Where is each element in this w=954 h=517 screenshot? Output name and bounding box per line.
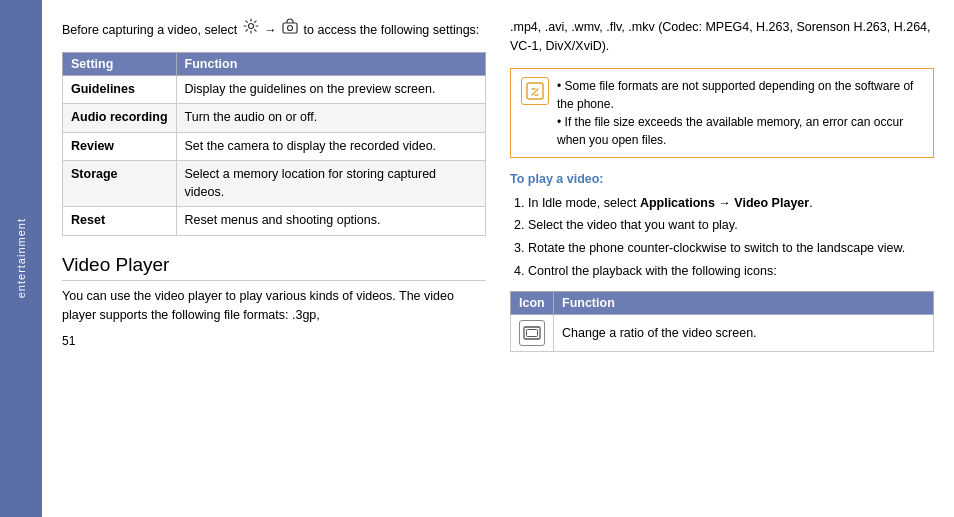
- setting-function: Set the camera to display the recorded v…: [176, 132, 485, 161]
- settings-col-setting: Setting: [63, 52, 177, 75]
- step-item: In Idle mode, select Applications → Vide…: [528, 194, 934, 213]
- table-row: ReviewSet the camera to display the reco…: [63, 132, 486, 161]
- intro-arrow: →: [264, 23, 277, 37]
- intro-text-end: to access the following settings:: [304, 23, 480, 37]
- to-play-heading: To play a video:: [510, 172, 934, 186]
- svg-rect-3: [527, 83, 543, 99]
- svg-rect-1: [283, 23, 297, 33]
- note-box: Some file formats are not supported depe…: [510, 68, 934, 158]
- bag-icon: [282, 18, 298, 40]
- video-player-heading: Video Player: [62, 254, 486, 281]
- table-row: ResetReset menus and shooting options.: [63, 207, 486, 236]
- page-number: 51: [62, 334, 486, 348]
- video-ratio-icon: [519, 320, 545, 346]
- svg-point-2: [288, 26, 293, 31]
- settings-table: Setting Function GuidelinesDisplay the g…: [62, 52, 486, 236]
- setting-name: Audio recording: [63, 104, 177, 133]
- table-row: Audio recordingTurn the audio on or off.: [63, 104, 486, 133]
- sidebar-label: entertainment: [15, 218, 27, 298]
- intro-text-before: Before capturing a video, select: [62, 23, 237, 37]
- setting-function: Select a memory location for storing cap…: [176, 161, 485, 207]
- video-icon-function: Change a ratio of the video screen.: [554, 314, 934, 351]
- icons-table: Icon Function Change a ratio of the vide…: [510, 291, 934, 352]
- note-icon: [521, 77, 549, 105]
- sidebar: entertainment: [0, 0, 42, 517]
- video-icon-cell: [511, 314, 554, 351]
- note-bullet: If the file size exceeds the available m…: [557, 113, 923, 149]
- intro-paragraph: Before capturing a video, select → to ac…: [62, 18, 486, 40]
- setting-name: Review: [63, 132, 177, 161]
- icons-col-function: Function: [554, 291, 934, 314]
- setting-function: Display the guidelines on the preview sc…: [176, 75, 485, 104]
- setting-name: Guidelines: [63, 75, 177, 104]
- video-player-desc: You can use the video player to play var…: [62, 287, 486, 325]
- left-column: Before capturing a video, select → to ac…: [62, 18, 486, 507]
- setting-name: Reset: [63, 207, 177, 236]
- settings-col-function: Function: [176, 52, 485, 75]
- step-item: Select the video that you want to play.: [528, 216, 934, 235]
- gear-icon: [243, 18, 259, 40]
- setting-name: Storage: [63, 161, 177, 207]
- note-text: Some file formats are not supported depe…: [557, 77, 923, 149]
- table-row: StorageSelect a memory location for stor…: [63, 161, 486, 207]
- step-item: Rotate the phone counter-clockwise to sw…: [528, 239, 934, 258]
- right-column: .mp4, .avi, .wmv, .flv, .mkv (Codec: MPE…: [510, 18, 934, 507]
- setting-function: Turn the audio on or off.: [176, 104, 485, 133]
- setting-function: Reset menus and shooting options.: [176, 207, 485, 236]
- step-item: Control the playback with the following …: [528, 262, 934, 281]
- steps-list: In Idle mode, select Applications → Vide…: [510, 194, 934, 281]
- table-row: GuidelinesDisplay the guidelines on the …: [63, 75, 486, 104]
- svg-point-0: [248, 24, 253, 29]
- svg-rect-5: [527, 329, 538, 336]
- icons-col-icon: Icon: [511, 291, 554, 314]
- main-content: Before capturing a video, select → to ac…: [42, 0, 954, 517]
- file-formats-text: .mp4, .avi, .wmv, .flv, .mkv (Codec: MPE…: [510, 18, 934, 56]
- icons-table-row: Change a ratio of the video screen.: [511, 314, 934, 351]
- note-bullet: Some file formats are not supported depe…: [557, 77, 923, 113]
